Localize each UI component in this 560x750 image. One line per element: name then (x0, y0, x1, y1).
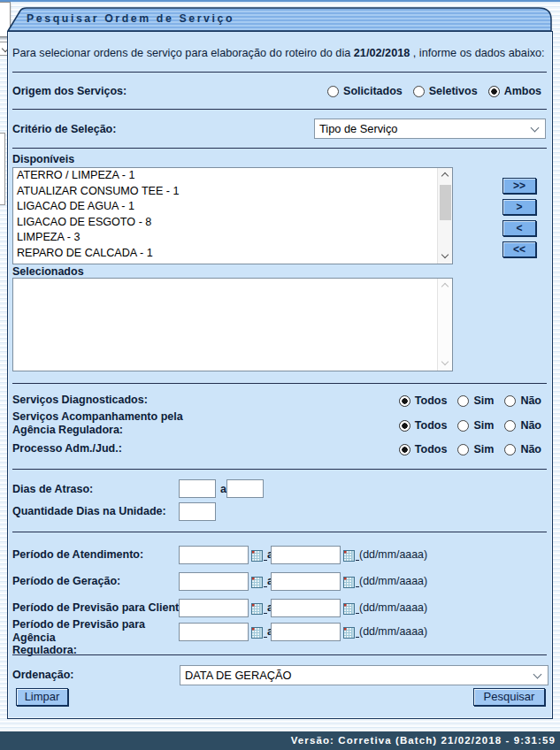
criterio-label: Critério de Seleção: (12, 123, 278, 136)
radio-ambos-label: Ambos (504, 85, 541, 97)
intro-text: Para selecionar ordens de serviço para e… (12, 47, 547, 59)
calendar-icon[interactable] (343, 576, 355, 587)
list-item[interactable]: LIMPEZA - 3 (13, 230, 452, 246)
radio-todos[interactable] (399, 444, 410, 455)
dias-atraso-label: Dias de Atraso: (12, 483, 189, 496)
limpar-button[interactable]: Limpar (16, 688, 68, 706)
separator (12, 72, 547, 73)
chevron-up-icon (441, 283, 449, 290)
periodo-atendimento-from-input[interactable] (179, 546, 249, 564)
calendar-icon[interactable] (251, 626, 263, 638)
radio-sim[interactable] (457, 444, 469, 455)
radio-ambos[interactable] (488, 86, 500, 97)
selecionados-label: Selecionados (12, 265, 189, 279)
page-title: Pesquisar Ordem de Serviço (27, 12, 234, 25)
radio-todos[interactable] (399, 420, 410, 432)
periodo-previsao-agencia-from-input[interactable] (179, 623, 249, 641)
list-item[interactable]: REPARO DE CALCADA - 1 (13, 246, 452, 262)
date-format-hint: (dd/mm/aaaa) (359, 601, 427, 614)
scrollbar[interactable] (437, 168, 452, 264)
label-line-1: Período de Previsão para Agência (12, 618, 145, 644)
separator (12, 383, 547, 384)
ordenacao-label: Ordenação: (12, 669, 189, 682)
criterio-select[interactable]: Tipo de Serviço (314, 119, 546, 139)
list-item[interactable]: LIGACAO DE ESGOTO - 8 (13, 215, 452, 231)
chevron-down-icon (441, 251, 449, 258)
scrollbar (437, 279, 452, 371)
date-format-hint: (dd/mm/aaaa) (359, 625, 427, 638)
ordenacao-select[interactable]: DATA DE GERAÇÃO (180, 665, 548, 685)
list-item[interactable]: ATERRO / LIMPEZA - 1 (13, 168, 452, 184)
label-line-1: Serviços Acompanhamento pela (12, 410, 183, 423)
radio-nao-label: Não (520, 419, 541, 432)
chevron-down-icon (441, 358, 449, 365)
radio-sim-label: Sim (473, 394, 494, 407)
selecionados-listbox[interactable] (12, 278, 453, 371)
radio-todos-label: Todos (415, 419, 448, 432)
calendar-icon[interactable] (343, 549, 355, 561)
intro-date: 21/02/2018 (354, 47, 410, 59)
processo-adm-jud-label: Processo Adm./Jud.: (12, 442, 242, 455)
dias-atraso-from-input[interactable] (179, 479, 216, 498)
move-left-button[interactable]: < (502, 220, 536, 236)
scroll-up-button[interactable] (438, 168, 453, 182)
intro-prefix: Para selecionar ordens de serviço para e… (12, 47, 354, 59)
date-format-hint: (dd/mm/aaaa) (359, 548, 427, 561)
periodo-atendimento-to-input[interactable] (271, 546, 341, 564)
list-item[interactable]: LIGACAO DE AGUA - 1 (13, 199, 452, 215)
disponiveis-listbox[interactable]: ATERRO / LIMPEZA - 1 ATUALIZAR CONSUMO T… (12, 167, 453, 264)
periodo-previsao-agencia-label: Período de Previsão para Agência Regulad… (12, 618, 189, 657)
dias-atraso-to-input[interactable] (226, 479, 264, 498)
periodo-previsao-agencia-to-input[interactable] (271, 623, 341, 641)
periodo-geracao-label: Período de Geração: (12, 575, 189, 588)
ordenacao-select-value: DATA DE GERAÇÃO (185, 669, 291, 682)
periodo-previsao-cliente-from-input[interactable] (179, 599, 249, 617)
separator (12, 469, 547, 470)
radio-solicitados[interactable] (327, 86, 339, 97)
radio-todos-label: Todos (415, 394, 448, 407)
periodo-geracao-to-input[interactable] (271, 572, 341, 591)
radio-solicitados-label: Solicitados (343, 85, 403, 97)
radio-nao-label: Não (520, 394, 541, 407)
move-right-button[interactable]: > (502, 199, 536, 215)
scrollbar-thumb[interactable] (440, 185, 451, 220)
list-item[interactable]: ATUALIZAR CONSUMO TEE - 1 (13, 184, 452, 200)
periodo-atendimento-label: Período de Atendimento: (12, 548, 189, 562)
periodo-geracao-from-input[interactable] (179, 572, 249, 591)
origem-radio-group: Solicitados Seletivos Ambos (327, 85, 541, 97)
calendar-icon[interactable] (343, 602, 355, 614)
move-all-left-button[interactable]: << (502, 241, 536, 257)
scroll-down-button (438, 356, 453, 371)
radio-nao[interactable] (504, 420, 516, 432)
radio-nao[interactable] (504, 395, 516, 407)
chevron-up-icon (441, 172, 449, 180)
calendar-icon[interactable] (343, 626, 355, 638)
radio-nao[interactable] (504, 444, 516, 455)
screen: Pesquisar Ordem de Serviço Para selecion… (0, 0, 560, 750)
chevron-down-icon (531, 124, 540, 133)
scroll-up-button (438, 279, 453, 293)
pesquisar-button[interactable]: Pesquisar (473, 688, 545, 706)
background-window-fragment-2 (0, 133, 5, 205)
radio-sim[interactable] (457, 420, 469, 432)
calendar-icon[interactable] (251, 549, 263, 561)
disponiveis-label: Disponíveis (12, 153, 189, 166)
scroll-down-button[interactable] (438, 249, 453, 264)
processo-adm-jud-radio-group: Todos Sim Não (399, 443, 541, 455)
servicos-diagnosticados-radio-group: Todos Sim Não (399, 394, 541, 407)
radio-nao-label: Não (520, 443, 541, 455)
calendar-icon[interactable] (251, 576, 263, 587)
periodo-previsao-cliente-to-input[interactable] (271, 599, 341, 617)
quantidade-dias-label: Quantidade Dias na Unidade: (12, 505, 189, 518)
criterio-select-value: Tipo de Serviço (319, 122, 397, 135)
move-all-right-button[interactable]: >> (502, 178, 536, 194)
calendar-icon[interactable] (251, 602, 263, 614)
radio-seletivos[interactable] (413, 86, 425, 97)
version-status-bar: Versão: Corretiva (Batch) 21/02/2018 - 9… (0, 731, 560, 750)
radio-todos[interactable] (399, 395, 410, 407)
separator (12, 148, 547, 149)
quantidade-dias-input[interactable] (179, 502, 216, 521)
chevron-down-icon (533, 670, 542, 679)
radio-sim[interactable] (457, 395, 469, 407)
radio-todos-label: Todos (415, 443, 448, 455)
